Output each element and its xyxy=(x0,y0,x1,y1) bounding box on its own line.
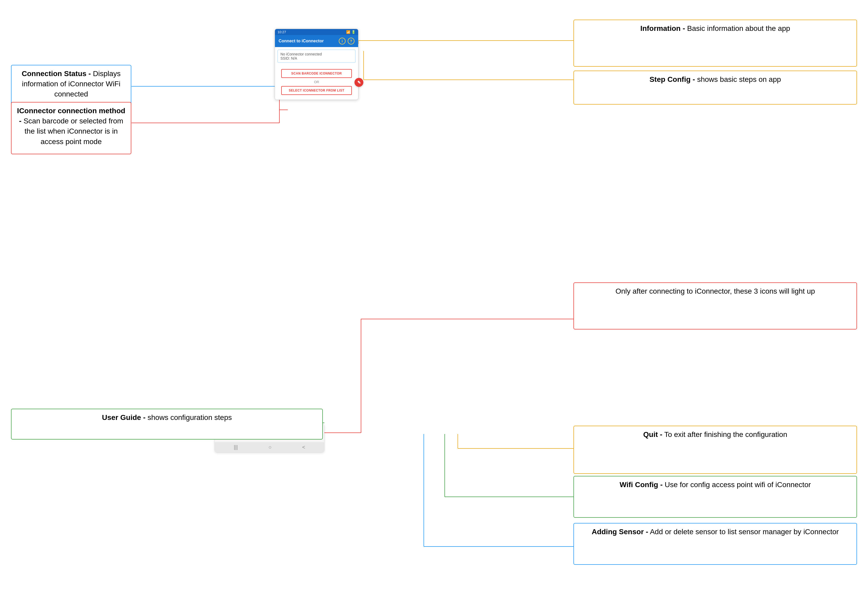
info-icon[interactable]: i xyxy=(339,37,346,45)
phone-time: 10:27 xyxy=(278,30,286,34)
adding-sensor-label-bold: Adding Sensor - xyxy=(592,528,648,536)
step-config-annotation: Step Config - shows basic steps on app xyxy=(573,70,857,105)
help-icon[interactable]: ? xyxy=(348,37,355,45)
adding-sensor-annotation: Adding Sensor - Add or delete sensor to … xyxy=(573,523,857,565)
adding-sensor-label-text: Add or delete sensor to list sensor mana… xyxy=(648,528,839,536)
wifi-config-annotation: Wifi Config - Use for config access poin… xyxy=(573,476,857,518)
select-iconnector-button[interactable]: SELECT ICONNECTOR FROM LIST xyxy=(281,86,352,95)
android-back-icon[interactable]: ||| xyxy=(233,444,238,450)
wifi-config-label-text: Use for config access point wifi of iCon… xyxy=(663,481,811,489)
fab-button[interactable]: ✎ xyxy=(355,78,364,87)
connection-status-label-bold: Connection Status - xyxy=(22,70,91,78)
step-config-label-text: shows basic steps on app xyxy=(695,75,781,84)
connection-status-display: No iConnector connected SSID: N/A xyxy=(278,50,356,63)
scan-barcode-button[interactable]: SCAN BARCODE ICONNECTOR xyxy=(281,69,352,78)
wifi-config-label-bold: Wifi Config - xyxy=(620,481,663,489)
phone-header-icons: i ? xyxy=(339,37,355,45)
information-label-bold: Information - xyxy=(641,24,685,33)
icons-light-text: Only after connecting to iConnector, the… xyxy=(615,287,815,295)
icons-light-annotation: Only after connecting to iConnector, the… xyxy=(573,283,857,329)
quit-annotation: Quit - To exit after finishing the confi… xyxy=(573,426,857,474)
ssid-text: SSID: N/A xyxy=(280,56,353,60)
phone-mockup-top: 10:27 📶 🔋 Connect to iConnector i ? No i… xyxy=(275,29,358,100)
phone-signal: 📶 🔋 xyxy=(346,30,356,34)
android-recent-icon[interactable]: < xyxy=(302,444,305,450)
phone-header: Connect to iConnector i ? xyxy=(275,35,358,47)
iconnector-method-annotation: IConnector connection method - Scan barc… xyxy=(11,102,131,154)
no-iconnector-text: No iConnector connected xyxy=(280,52,353,56)
or-text: OR xyxy=(275,80,358,84)
step-config-label-bold: Step Config - xyxy=(650,75,695,84)
android-nav-bar: ||| ○ < xyxy=(215,442,324,452)
phone-title: Connect to iConnector xyxy=(278,39,323,43)
user-guide-label-text: shows configuration steps xyxy=(145,413,232,422)
fab-icon: ✎ xyxy=(357,80,361,85)
user-guide-annotation: User Guide - shows configuration steps xyxy=(11,409,323,440)
phone-status-bar: 10:27 📶 🔋 xyxy=(275,29,358,35)
quit-label-bold: Quit - xyxy=(643,431,662,438)
quit-label-text: To exit after finishing the configuratio… xyxy=(662,431,787,438)
user-guide-label-bold: User Guide - xyxy=(102,413,145,422)
information-label-text: Basic information about the app xyxy=(685,24,790,33)
iconnector-method-label-text: Scan barcode or selected from the list w… xyxy=(21,117,123,145)
android-home-icon[interactable]: ○ xyxy=(268,444,272,450)
information-annotation: Information - Basic information about th… xyxy=(573,19,857,67)
connection-status-annotation: Connection Status - Displays information… xyxy=(11,65,131,107)
